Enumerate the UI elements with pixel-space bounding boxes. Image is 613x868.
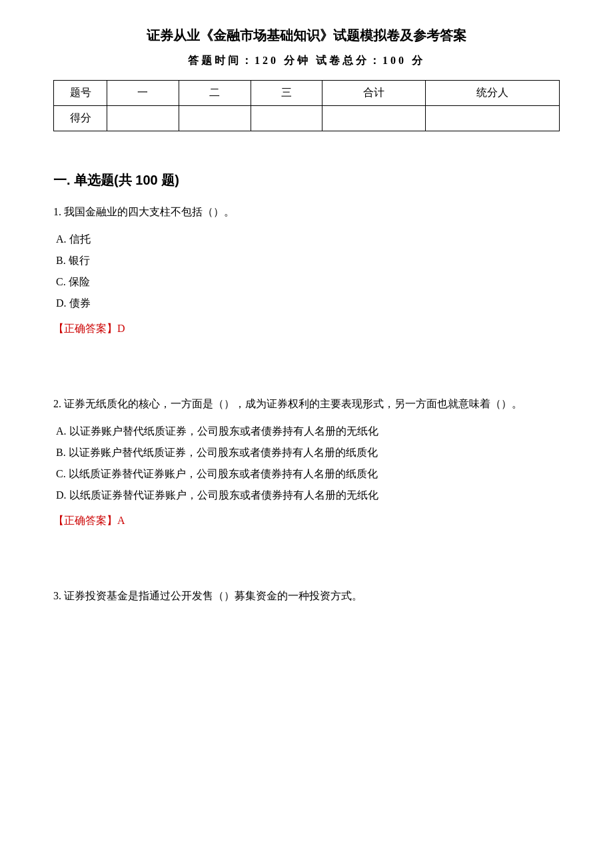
page-title: 证券从业《金融市场基础知识》试题模拟卷及参考答案 [53,27,560,45]
question-3: 3. 证券投资基金是指通过公开发售（）募集资金的一种投资方式。 [53,587,560,606]
table-header-row: 题号 一 二 三 合计 统分人 [54,81,560,106]
score-2 [179,106,251,131]
answer-2-value: A [117,515,125,526]
col-header-4: 合计 [322,81,425,106]
answer-2-bracket: 【正确答案】 [53,515,117,526]
question-2-answer: 【正确答案】A [53,514,560,528]
question-2-text: 2. 证券无纸质化的核心，一方面是（），成为证券权利的主要表现形式，另一方面也就… [53,395,560,414]
answer-1-value: D [117,323,125,334]
col-header-2: 二 [179,81,251,106]
question-1-option-c: C. 保险 [53,271,560,293]
question-1-answer: 【正确答案】D [53,322,560,336]
question-1-text: 1. 我国金融业的四大支柱不包括（）。 [53,203,560,222]
question-2-option-c: C. 以纸质证券替代证券账户，公司股东或者债券持有人名册的纸质化 [53,463,560,485]
question-1: 1. 我国金融业的四大支柱不包括（）。 A. 信托 B. 银行 C. 保险 D.… [53,203,560,336]
score-table: 题号 一 二 三 合计 统分人 得分 [53,80,560,131]
col-header-1: 一 [107,81,179,106]
answer-1-bracket: 【正确答案】 [53,323,117,334]
table-score-row: 得分 [54,106,560,131]
question-3-text: 3. 证券投资基金是指通过公开发售（）募集资金的一种投资方式。 [53,587,560,606]
question-2-option-a: A. 以证券账户替代纸质证券，公司股东或者债券持有人名册的无纸化 [53,421,560,442]
col-header-3: 三 [251,81,322,106]
question-1-option-d: D. 债券 [53,293,560,314]
question-1-option-b: B. 银行 [53,250,560,271]
score-3 [251,106,322,131]
question-2-option-d: D. 以纸质证券替代证券账户，公司股东或者债券持有人名册的无纸化 [53,485,560,506]
col-header-0: 题号 [54,81,107,106]
score-label: 得分 [54,106,107,131]
question-2: 2. 证券无纸质化的核心，一方面是（），成为证券权利的主要表现形式，另一方面也就… [53,395,560,528]
subtitle: 答题时间：120 分钟 试卷总分：100 分 [53,54,560,68]
question-2-option-b: B. 以证券账户替代纸质证券，公司股东或者债券持有人名册的纸质化 [53,442,560,463]
section1-title: 一. 单选题(共 100 题) [53,171,560,189]
col-header-5: 统分人 [425,81,559,106]
question-1-option-a: A. 信托 [53,229,560,250]
score-reviewer [425,106,559,131]
score-total [322,106,425,131]
score-1 [107,106,179,131]
